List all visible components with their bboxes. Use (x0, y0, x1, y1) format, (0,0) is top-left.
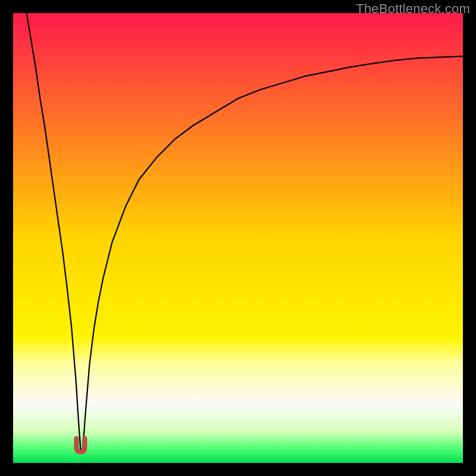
chart-frame: TheBottleneck.com (0, 0, 476, 476)
chart-background-gradient (13, 13, 463, 463)
watermark-text: TheBottleneck.com (356, 1, 470, 17)
bottleneck-chart (0, 0, 476, 476)
